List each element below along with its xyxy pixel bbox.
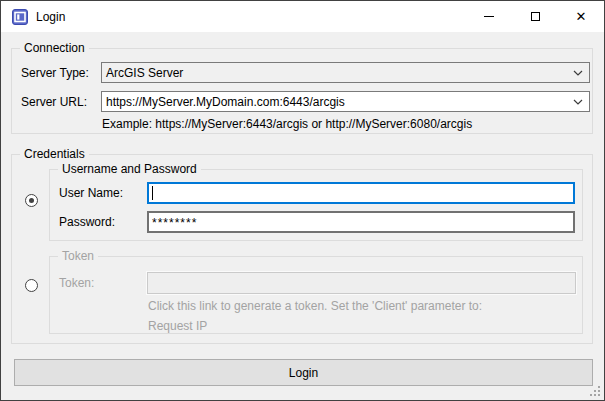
window-title: Login	[36, 10, 65, 24]
close-icon: ✕	[576, 10, 587, 23]
server-type-label: Server Type:	[21, 66, 89, 80]
server-url-example-text: Example: https://MyServer:6443/arcgis or…	[102, 117, 472, 131]
password-field[interactable]	[147, 211, 575, 233]
radio-token[interactable]	[25, 279, 38, 292]
chevron-down-icon	[573, 70, 583, 76]
form-window-icon	[12, 9, 28, 25]
login-dialog: Login ✕ Connection Server Type: ArcGIS S…	[0, 0, 605, 401]
username-password-group-label: Username and Password	[58, 162, 201, 176]
minimize-button[interactable]	[466, 1, 512, 32]
text-caret	[152, 186, 153, 200]
user-name-label: User Name:	[59, 186, 123, 200]
server-type-dropdown[interactable]: ArcGIS Server	[101, 62, 590, 83]
token-help-text: Click this link to generate a token. Set…	[148, 299, 482, 313]
radio-username-password[interactable]	[25, 194, 38, 207]
chevron-down-icon	[573, 99, 583, 105]
token-group-label: Token	[58, 249, 98, 263]
maximize-icon	[531, 12, 540, 21]
minimize-icon	[484, 16, 494, 17]
title-bar[interactable]: Login ✕	[1, 1, 604, 32]
server-url-label: Server URL:	[21, 95, 87, 109]
credentials-group-label: Credentials	[20, 147, 89, 161]
server-url-value: https://MyServer.MyDomain.com:6443/arcgi…	[106, 95, 345, 109]
server-url-combobox[interactable]: https://MyServer.MyDomain.com:6443/arcgi…	[101, 91, 590, 112]
user-name-field[interactable]	[147, 182, 575, 204]
login-button[interactable]: Login	[14, 359, 593, 386]
token-field	[147, 272, 576, 294]
dialog-client-area: Connection Server Type: ArcGIS Server Se…	[1, 32, 604, 400]
token-label: Token:	[59, 276, 94, 290]
server-type-value: ArcGIS Server	[106, 66, 183, 80]
token-group: Token	[49, 256, 583, 334]
password-label: Password:	[59, 215, 115, 229]
connection-group-label: Connection	[20, 41, 89, 55]
resize-grip[interactable]	[590, 386, 601, 397]
close-button[interactable]: ✕	[558, 1, 604, 32]
request-ip-link[interactable]: Request IP	[148, 319, 207, 333]
maximize-button[interactable]	[512, 1, 558, 32]
